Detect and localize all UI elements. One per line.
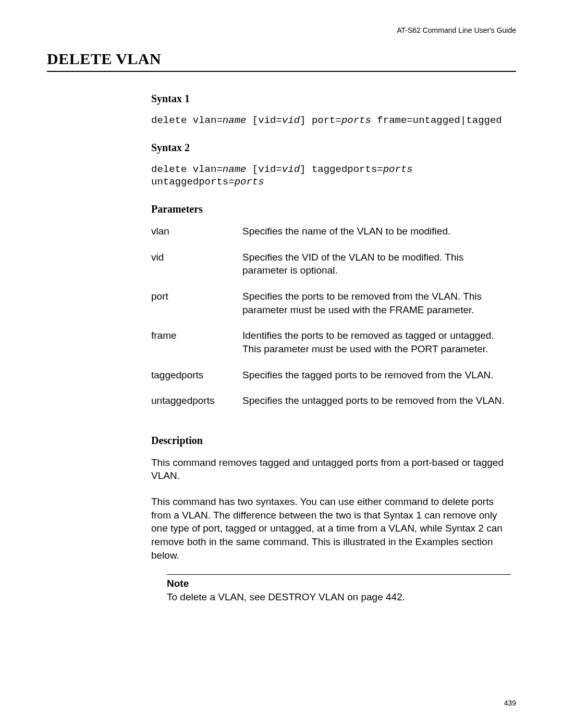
param-name: untaggedports	[151, 394, 242, 420]
description-paragraph: This command has two syntaxes. You can u…	[151, 495, 511, 562]
note-text: To delete a VLAN, see DESTROY VLAN on pa…	[167, 590, 511, 604]
table-row: untaggedports Specifies the untagged por…	[151, 394, 511, 420]
table-row: taggedports Specifies the tagged ports t…	[151, 368, 511, 394]
code-text: [vid=	[246, 115, 282, 126]
title-rule	[47, 71, 516, 72]
code-text: ] port=	[300, 115, 341, 126]
section-title: DELETE VLAN	[47, 50, 516, 68]
description-heading: Description	[151, 435, 511, 447]
code-var: ports	[341, 115, 371, 126]
code-text: [vid=	[246, 164, 282, 175]
running-head: AT-S62 Command Line User's Guide	[47, 26, 516, 34]
note-label: Note	[167, 578, 511, 589]
parameters-table: vlan Specifies the name of the VLAN to b…	[151, 225, 511, 420]
code-text: frame=untagged|tagged	[371, 115, 502, 126]
param-desc: Specifies the VID of the VLAN to be modi…	[242, 251, 511, 290]
param-desc: Identifies the ports to be removed as ta…	[242, 329, 511, 368]
param-desc: Specifies the name of the VLAN to be mod…	[242, 225, 511, 251]
note-box: Note To delete a VLAN, see DESTROY VLAN …	[167, 574, 511, 604]
param-name: vlan	[151, 225, 242, 251]
code-var: ports	[383, 164, 413, 175]
code-var: ports	[235, 176, 264, 188]
param-name: frame	[151, 329, 242, 368]
content-block: Syntax 1 delete vlan=name [vid=vid] port…	[151, 93, 511, 604]
code-text: delete vlan=	[151, 115, 223, 126]
parameters-heading: Parameters	[151, 203, 511, 215]
page: AT-S62 Command Line User's Guide DELETE …	[0, 0, 563, 728]
param-name: taggedports	[151, 368, 242, 394]
code-var: name	[223, 164, 247, 175]
code-var: vid	[282, 164, 300, 175]
table-row: frame Identifies the ports to be removed…	[151, 329, 511, 368]
param-name: port	[151, 290, 242, 329]
param-desc: Specifies the ports to be removed from t…	[242, 290, 511, 329]
table-row: port Specifies the ports to be removed f…	[151, 290, 511, 329]
code-text: ] taggedports=	[300, 164, 383, 175]
description-paragraph: This command removes tagged and untagged…	[151, 456, 511, 483]
code-text: delete vlan=	[151, 164, 223, 175]
table-row: vid Specifies the VID of the VLAN to be …	[151, 251, 511, 290]
syntax1-heading: Syntax 1	[151, 93, 511, 105]
page-number: 439	[504, 699, 516, 707]
param-desc: Specifies the untagged ports to be remov…	[242, 394, 511, 420]
code-var: name	[223, 115, 247, 126]
syntax2-code: delete vlan=name [vid=vid] taggedports=p…	[151, 163, 511, 189]
syntax1-code: delete vlan=name [vid=vid] port=ports fr…	[151, 114, 511, 127]
table-row: vlan Specifies the name of the VLAN to b…	[151, 225, 511, 251]
param-desc: Specifies the tagged ports to be removed…	[242, 368, 511, 394]
syntax2-heading: Syntax 2	[151, 142, 511, 154]
param-name: vid	[151, 251, 242, 290]
code-var: vid	[282, 115, 300, 126]
